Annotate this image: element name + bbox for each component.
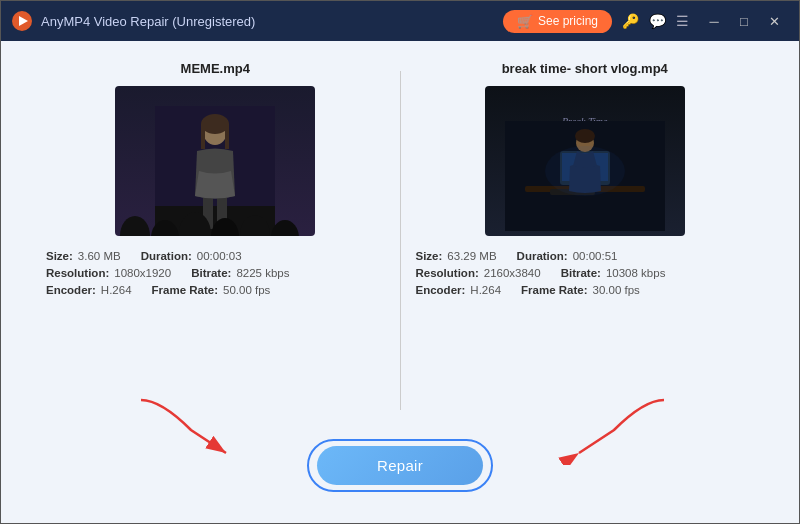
close-button[interactable]: ✕ (759, 6, 789, 36)
maximize-button[interactable]: □ (729, 6, 759, 36)
left-size-value: 3.60 MB (78, 250, 121, 262)
right-video-filename: break time- short vlog.mp4 (502, 61, 668, 76)
cart-icon: 🛒 (517, 14, 533, 29)
svg-point-26 (545, 146, 625, 196)
left-bitrate-label: Bitrate: (191, 267, 231, 279)
left-bitrate-value: 8225 kbps (236, 267, 289, 279)
titlebar: AnyMP4 Video Repair (Unregistered) 🛒 See… (1, 1, 799, 41)
left-duration-label: Duration: (141, 250, 192, 262)
left-size-label: Size: (46, 250, 73, 262)
left-duration-value: 00:00:03 (197, 250, 242, 262)
left-resolution-item: Resolution: 1080x1920 (46, 267, 171, 279)
right-meta-row-3: Encoder: H.264 Frame Rate: 30.00 fps (416, 284, 755, 296)
right-encoder-value: H.264 (470, 284, 501, 296)
left-encoder-label: Encoder: (46, 284, 96, 296)
left-bitrate-item: Bitrate: 8225 kbps (191, 267, 289, 279)
left-duration-item: Duration: 00:00:03 (141, 250, 242, 262)
svg-rect-6 (201, 124, 205, 149)
repair-button[interactable]: Repair (317, 446, 483, 485)
left-resolution-label: Resolution: (46, 267, 109, 279)
svg-point-13 (211, 218, 239, 236)
right-resolution-value: 2160x3840 (484, 267, 541, 279)
left-video-thumbnail (115, 86, 315, 236)
svg-point-10 (120, 216, 150, 236)
right-video-panel: break time- short vlog.mp4 Break Time (401, 61, 770, 420)
right-size-item: Size: 63.29 MB (416, 250, 497, 262)
pricing-label: See pricing (538, 14, 598, 28)
audience-silhouette (115, 206, 315, 236)
right-bitrate-item: Bitrate: 10308 kbps (561, 267, 666, 279)
main-content: MEME.mp4 (1, 41, 799, 524)
left-resolution-value: 1080x1920 (114, 267, 171, 279)
left-video-filename: MEME.mp4 (181, 61, 250, 76)
left-arrow (131, 395, 261, 465)
app-logo (11, 10, 33, 32)
repair-button-wrapper: Repair (307, 439, 493, 492)
minimize-button[interactable]: ─ (699, 6, 729, 36)
svg-point-25 (575, 129, 595, 143)
right-framerate-item: Frame Rate: 30.00 fps (521, 284, 640, 296)
svg-point-15 (271, 220, 299, 236)
right-resolution-label: Resolution: (416, 267, 479, 279)
left-encoder-value: H.264 (101, 284, 132, 296)
right-duration-value: 00:00:51 (573, 250, 618, 262)
right-framerate-value: 30.00 fps (593, 284, 640, 296)
svg-point-14 (240, 215, 270, 236)
svg-point-5 (201, 114, 229, 134)
right-duration-item: Duration: 00:00:51 (517, 250, 618, 262)
right-encoder-label: Encoder: (416, 284, 466, 296)
right-video-meta: Size: 63.29 MB Duration: 00:00:51 Resolu… (416, 250, 755, 301)
left-size-item: Size: 3.60 MB (46, 250, 121, 262)
right-size-label: Size: (416, 250, 443, 262)
videos-container: MEME.mp4 (31, 61, 769, 420)
right-video-thumbnail: Break Time (485, 86, 685, 236)
right-bitrate-value: 10308 kbps (606, 267, 665, 279)
left-meta-row-1: Size: 3.60 MB Duration: 00:00:03 (46, 250, 385, 262)
left-framerate-label: Frame Rate: (152, 284, 218, 296)
right-resolution-item: Resolution: 2160x3840 (416, 267, 541, 279)
svg-rect-7 (225, 124, 229, 149)
left-meta-row-2: Resolution: 1080x1920 Bitrate: 8225 kbps (46, 267, 385, 279)
right-meta-row-2: Resolution: 2160x3840 Bitrate: 10308 kbp… (416, 267, 755, 279)
repair-area: Repair (31, 425, 769, 505)
key-icon[interactable]: 🔑 (622, 13, 639, 29)
chat-icon[interactable]: 💬 (649, 13, 666, 29)
right-framerate-label: Frame Rate: (521, 284, 587, 296)
left-video-meta: Size: 3.60 MB Duration: 00:00:03 Resolut… (46, 250, 385, 301)
left-meta-row-3: Encoder: H.264 Frame Rate: 50.00 fps (46, 284, 385, 296)
right-size-value: 63.29 MB (447, 250, 496, 262)
right-duration-label: Duration: (517, 250, 568, 262)
desk-person-figure (505, 121, 665, 231)
svg-point-11 (151, 220, 179, 236)
toolbar-icons: 🔑 💬 ☰ (622, 13, 689, 29)
right-meta-row-1: Size: 63.29 MB Duration: 00:00:51 (416, 250, 755, 262)
svg-point-12 (179, 212, 211, 236)
left-video-panel: MEME.mp4 (31, 61, 400, 420)
left-encoder-item: Encoder: H.264 (46, 284, 132, 296)
right-bitrate-label: Bitrate: (561, 267, 601, 279)
app-title: AnyMP4 Video Repair (Unregistered) (41, 14, 503, 29)
window-controls: ─ □ ✕ (699, 6, 789, 36)
right-encoder-item: Encoder: H.264 (416, 284, 502, 296)
left-framerate-value: 50.00 fps (223, 284, 270, 296)
pricing-button[interactable]: 🛒 See pricing (503, 10, 612, 33)
left-framerate-item: Frame Rate: 50.00 fps (152, 284, 271, 296)
menu-icon[interactable]: ☰ (676, 13, 689, 29)
right-arrow (544, 395, 674, 465)
